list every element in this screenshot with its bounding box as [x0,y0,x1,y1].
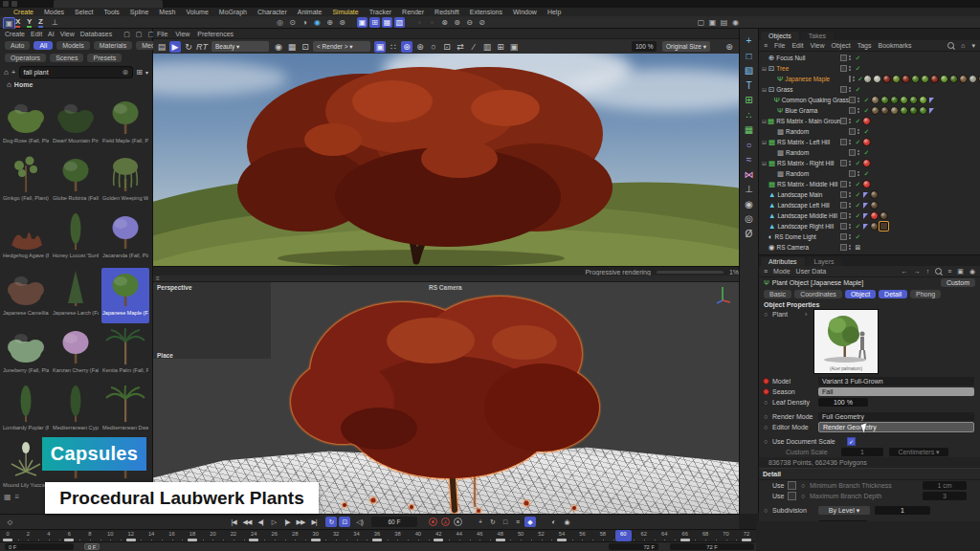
plant-card[interactable]: Dog-Rose (Fall, Plant) [2,96,50,151]
object-row[interactable]: ▲Landscape Main✓ [759,189,980,200]
prev-key-button[interactable]: ◀◀ [241,517,253,527]
om-menu-tags[interactable]: Tags [858,42,872,49]
material-tag-icon[interactable] [890,96,899,104]
material-tag-icon[interactable] [862,138,871,146]
plant-card[interactable]: Globe Robinia (Fall, Pl... [52,153,100,209]
bag-icon[interactable]: ⊞ [136,68,143,77]
ab-menu-ai[interactable]: AI [48,31,55,37]
menu-mesh[interactable]: Mesh [159,9,175,15]
home-icon[interactable]: ⌂ [4,68,9,77]
enabled-check-icon[interactable]: ✓ [862,170,871,178]
list-view-icon[interactable]: ≡ [15,493,20,501]
object-row[interactable]: ▦RS Matrix - Middle Hill✓ [759,179,980,189]
layer-checkbox[interactable] [840,139,847,145]
layer-checkbox[interactable] [840,118,847,124]
remove-circle-icon[interactable]: ⊖ [464,17,475,28]
menu-help[interactable]: Help [547,9,561,15]
attr-tab-phong[interactable]: Phong [910,290,941,298]
render-region-dropdown[interactable]: < Render > ▾ [313,41,370,52]
ab-menu-databases[interactable]: Databases [80,31,112,37]
autokey-icon[interactable]: A [441,518,450,526]
axis-lock-icon[interactable]: ⊥ [50,17,60,28]
visibility-dots[interactable] [849,203,851,208]
param-dropdown-model[interactable]: Variant 3 Full-Grown [818,377,974,386]
forward-icon[interactable]: → [914,268,921,275]
material-tag-icon[interactable] [862,117,871,125]
focus-icon[interactable]: ⊡ [441,41,453,53]
object-row[interactable]: ⊕Focus Null✓ [759,53,980,63]
enabled-check-icon[interactable]: ✓ [854,65,862,73]
range-start-field[interactable]: 0 F [5,543,74,550]
material-tag-icon[interactable] [870,201,879,209]
camera-mode-icon[interactable]: ◉ [561,517,572,527]
zoom-value[interactable]: 100 % [632,41,657,52]
burst-icon[interactable]: ⊗ [439,17,450,28]
visibility-dots[interactable] [858,150,859,155]
ab-menu-create[interactable]: Create [5,31,25,37]
rv-menu-file[interactable]: File [157,31,167,37]
spline-circle-icon[interactable]: ○ [743,139,756,151]
spline-pen-icon[interactable]: ≈ [743,153,756,165]
plant-card[interactable]: Kanzan Cherry (Fall, Pl... [52,325,100,381]
material-tag-icon[interactable] [919,96,927,104]
object-row[interactable]: ▩Random✓ [759,126,980,137]
object-row[interactable]: ◐RS Dome Light✓ [759,231,980,242]
tab-attributes[interactable]: Attributes [761,257,805,266]
image-icon[interactable]: ▥ [481,41,493,53]
attr-tab-object[interactable]: Object [845,290,876,298]
layer-checkbox[interactable] [840,181,847,187]
shade-icon[interactable]: ◑ [300,17,310,28]
menu-window[interactable]: Window [513,9,537,15]
cube-icon[interactable]: ▧ [743,64,756,77]
object-row[interactable]: ⊟▦RS Matrix - Left Hill✓ [759,137,980,147]
axis-x-toggle[interactable]: X [15,17,20,28]
attr-tab-basic[interactable]: Basic [764,290,791,298]
om-menu-file[interactable]: File [774,42,785,49]
grid-small-icon[interactable]: ▦ [286,41,298,53]
visibility-dots[interactable] [849,55,851,60]
material-tag-icon[interactable] [949,75,958,83]
rv-menu-preferences[interactable]: Preferences [197,31,234,37]
visibility-dots[interactable] [849,66,851,71]
material-tag-icon[interactable] [959,75,968,83]
material-tag-icon[interactable] [930,75,939,83]
material-tag-icon[interactable] [890,106,899,115]
dim2-icon[interactable]: ▫ [427,17,437,28]
sound-icon[interactable]: ◁) [354,517,366,527]
layer-checkbox[interactable] [840,55,847,61]
plant-card[interactable]: Hedgehog Agave (Fall... [2,210,50,266]
hamburger-icon[interactable]: ≡ [764,268,768,275]
record-scale-icon[interactable]: □ [500,517,511,527]
material-tag-icon[interactable] [969,75,977,83]
visibility-dots[interactable] [849,140,851,144]
enabled-check-icon[interactable]: ✓ [854,191,862,199]
material-tag-icon[interactable] [921,75,929,83]
layer-checkbox[interactable] [840,244,847,251]
layout-tab[interactable] [54,0,163,8]
disable-circle-icon[interactable]: ⊘ [477,17,487,28]
gear-icon[interactable]: ⊛ [452,17,462,28]
motion-mode-icon[interactable]: ◐ [547,517,559,527]
visibility-dots[interactable] [849,224,851,229]
phong-tag-icon[interactable] [863,224,868,230]
keyframe-dot-red[interactable] [759,378,772,386]
material-tag-icon[interactable] [909,106,918,115]
layer-checkbox[interactable] [849,97,856,103]
play-icon[interactable]: ▶ [169,41,181,53]
phong-tag-icon[interactable] [863,203,868,209]
enabled-check-icon[interactable]: ✓ [854,160,862,167]
menu-create[interactable]: Create [13,9,33,15]
pan-icon[interactable]: ⇄ [455,41,466,53]
material-tag-icon[interactable] [862,159,871,167]
param-dropdown-editor-mode[interactable]: Render Geometry [818,422,974,432]
enabled-check-icon[interactable]: ✓ [854,233,862,241]
material-tag-icon[interactable] [880,211,888,220]
menu-simulate[interactable]: Simulate [332,9,358,15]
use-checkbox[interactable] [788,492,796,500]
move-tool-icon[interactable]: + [743,34,756,47]
character-icon[interactable]: ⊕ [324,17,335,28]
material-tag-icon[interactable] [871,106,880,115]
material-tag-icon[interactable] [902,75,910,83]
monitor-icon[interactable]: ▢ [123,31,130,38]
material-tag-icon[interactable] [919,106,927,115]
